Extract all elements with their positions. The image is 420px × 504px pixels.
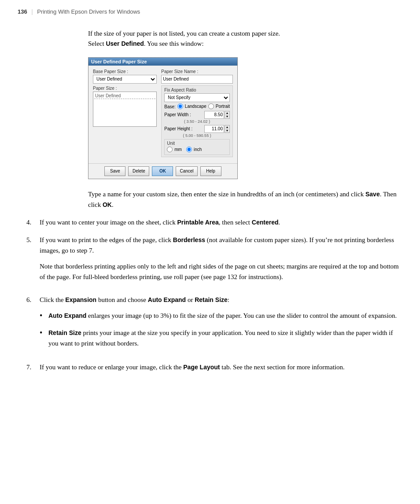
- paper-size-name-group: Paper Size Name :: [161, 69, 233, 84]
- step-6-content: Click the Expansion button and choose Au…: [40, 294, 402, 355]
- landscape-radio[interactable]: [177, 103, 183, 109]
- paper-size-label: Paper Size :: [93, 86, 157, 91]
- bullet1-text: enlarges your image (up to 3%) to fit th…: [86, 312, 397, 319]
- dialog-top-row: Base Paper Size : User Defined Paper Siz…: [93, 69, 233, 157]
- step6-text3: or: [186, 296, 195, 303]
- aspect-select[interactable]: Not Specify: [164, 93, 230, 102]
- mm-radio[interactable]: [167, 147, 173, 152]
- step6-bullets: • Auto Expand enlarges your image (up to…: [40, 310, 402, 349]
- bullet2-text: prints your image at the size you specif…: [48, 329, 393, 347]
- paper-height-range: ( 5.00 - 590.55 ): [164, 133, 230, 138]
- step6-bold1: Expansion: [65, 296, 96, 303]
- paper-height-label: Paper Height :: [164, 126, 192, 131]
- after-dialog-text3: .: [112, 201, 114, 208]
- step-6: 6. Click the Expansion button and choose…: [18, 294, 402, 355]
- fix-aspect-label: Fix Aspect Ratio: [164, 88, 230, 92]
- paper-width-row: Paper Width : ▲ ▼: [164, 111, 230, 119]
- paper-width-label: Paper Width :: [164, 112, 191, 117]
- step7-text2: tab. See the next section for more infor…: [220, 364, 345, 371]
- portrait-label: Portrait: [216, 104, 230, 109]
- inch-radio-label: inch: [186, 147, 202, 152]
- delete-button[interactable]: Delete: [128, 166, 149, 176]
- step7-bold1: Page Layout: [183, 364, 220, 371]
- page-header: 136 | Printing With Epson Drivers for Wi…: [0, 0, 420, 20]
- bullet-dot-2: •: [40, 327, 48, 349]
- unit-section: Unit mm inch: [164, 139, 230, 155]
- dialog-title: User Defined Paper Size: [91, 59, 147, 64]
- landscape-label: Landscape: [185, 104, 206, 109]
- spinner-down-h[interactable]: ▼: [225, 129, 229, 132]
- step6-text4: :: [228, 296, 229, 303]
- step-7-content: If you want to reduce or enlarge your im…: [40, 362, 402, 372]
- portrait-radio[interactable]: [208, 103, 214, 109]
- after-dialog-bold-save: Save: [365, 191, 380, 198]
- landscape-radio-label: Landscape: [177, 103, 206, 109]
- aspect-section: Fix Aspect Ratio Not Specify Base: Lands…: [161, 85, 233, 157]
- save-button[interactable]: Save: [104, 166, 125, 176]
- intro-text2: Select: [88, 40, 106, 47]
- intro-bold1: User Defined: [106, 40, 144, 47]
- step4-text3: .: [278, 219, 280, 226]
- step-7-number: 7.: [18, 362, 40, 372]
- paper-height-row: Paper Height : ▲ ▼: [164, 125, 230, 133]
- after-dialog-paragraph: Type a name for your custom size, then e…: [88, 189, 402, 210]
- step-5-content: If you want to print to the edges of the…: [40, 235, 402, 287]
- step5-text1: If you want to print to the edges of the…: [40, 236, 173, 243]
- bullet-item-2: • Retain Size prints your image at the s…: [40, 327, 402, 349]
- paper-height-spinner[interactable]: ▲ ▼: [225, 125, 230, 133]
- step5-bold1: Borderless: [173, 236, 205, 243]
- help-button[interactable]: Help: [200, 166, 221, 176]
- dialog-box: User Defined Paper Size Base Paper Size …: [88, 57, 238, 179]
- step6-bold2: Auto Expand: [148, 296, 186, 303]
- intro-paragraph: If the size of your paper is not listed,…: [88, 29, 402, 49]
- dialog-body: Base Paper Size : User Defined Paper Siz…: [88, 66, 237, 163]
- listbox-item: User Defined: [94, 93, 155, 99]
- dialog-right-col: Paper Size Name : Fix Aspect Ratio Not S…: [161, 69, 233, 157]
- step-4: 4. If you want to center your image on t…: [18, 217, 402, 228]
- dialog-titlebar: User Defined Paper Size: [88, 58, 237, 66]
- step5-para1: If you want to print to the edges of the…: [40, 235, 402, 256]
- step5-note: Note that borderless printing applies on…: [40, 261, 402, 282]
- dialog-buttons: Save Delete OK Cancel Help: [88, 163, 237, 179]
- step-7: 7. If you want to reduce or enlarge your…: [18, 362, 402, 372]
- spinner-down[interactable]: ▼: [225, 115, 229, 118]
- spinner-up[interactable]: ▲: [225, 111, 229, 115]
- dialog-left-col: Base Paper Size : User Defined Paper Siz…: [93, 69, 157, 157]
- base-label: Base:: [164, 104, 176, 109]
- mm-label: mm: [174, 147, 182, 152]
- paper-size-listbox[interactable]: User Defined: [93, 92, 157, 127]
- bullet2-bold: Retain Size: [48, 329, 81, 336]
- intro-text3: . You see this window:: [144, 40, 204, 47]
- paper-width-input[interactable]: [204, 111, 224, 119]
- page-number: 136: [18, 8, 27, 15]
- cancel-button[interactable]: Cancel: [176, 166, 197, 176]
- paper-height-input[interactable]: [204, 125, 224, 133]
- step-4-content: If you want to center your image on the …: [40, 217, 402, 228]
- step4-bold1: Printable Area: [177, 219, 218, 226]
- dialog-screenshot: User Defined Paper Size Base Paper Size …: [88, 57, 238, 179]
- unit-label: Unit: [167, 141, 227, 146]
- inch-radio[interactable]: [186, 147, 192, 152]
- inch-label: inch: [194, 147, 202, 152]
- base-paper-size-select[interactable]: User Defined: [93, 75, 157, 84]
- step6-bold3: Retain Size: [195, 296, 228, 303]
- bullet1-bold: Auto Expand: [48, 312, 86, 319]
- ok-button[interactable]: OK: [152, 166, 173, 176]
- header-pipe: |: [31, 8, 33, 15]
- paper-size-name-input[interactable]: [161, 75, 233, 84]
- after-dialog-text: Type a name for your custom size, then e…: [88, 191, 365, 198]
- step6-text2: button and choose: [96, 296, 148, 303]
- paper-width-range: ( 3.50 - 24.02 ): [164, 119, 230, 124]
- page-content: If the size of your paper is not listed,…: [0, 20, 420, 397]
- step7-text1: If you want to reduce or enlarge your im…: [40, 364, 183, 371]
- paper-width-spinner[interactable]: ▲ ▼: [225, 111, 230, 119]
- base-radio-row: Base: Landscape Portrait: [164, 103, 230, 110]
- intro-text1: If the size of your paper is not listed,…: [88, 30, 280, 37]
- bullet-dot-1: •: [40, 310, 48, 321]
- step-6-number: 6.: [18, 294, 40, 355]
- paper-size-name-label: Paper Size Name :: [161, 69, 233, 74]
- step6-intro: Click the Expansion button and choose Au…: [40, 294, 402, 305]
- base-paper-size-label: Base Paper Size :: [93, 69, 157, 74]
- bullet-1-text: Auto Expand enlarges your image (up to 3…: [48, 310, 397, 321]
- spinner-up-h[interactable]: ▲: [225, 125, 229, 129]
